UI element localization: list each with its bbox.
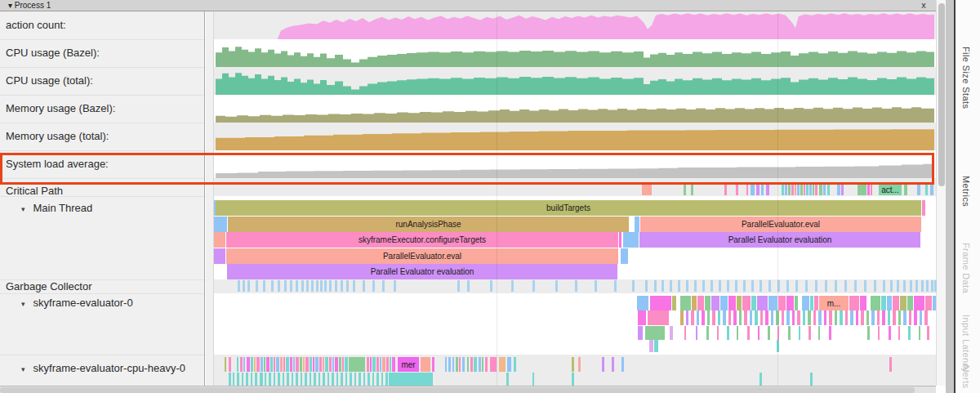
act-badge[interactable]: act...: [879, 185, 902, 195]
event-slice: [719, 280, 721, 292]
event-slice: [532, 280, 535, 292]
event-slice: [757, 296, 768, 310]
event-slice: [490, 280, 492, 292]
side-tab-frame-data[interactable]: Frame Data: [961, 235, 971, 301]
event-slice: [814, 296, 818, 310]
flame-bar[interactable]: [621, 248, 628, 264]
flame-bar[interactable]: [922, 200, 925, 216]
flame-bar[interactable]: [214, 248, 225, 264]
event-slice: [806, 185, 808, 195]
flame-bar[interactable]: [619, 232, 621, 248]
event-slice: [251, 357, 253, 372]
event-slice: [867, 185, 870, 195]
flame-bar[interactable]: [214, 232, 225, 248]
flame-bar-buildtargets[interactable]: buildTargets: [216, 200, 921, 216]
flame-bar-parallelevaluator-eval[interactable]: ParallelEvaluator.eval: [640, 217, 921, 232]
event-slice: [390, 357, 391, 372]
event-slice: [925, 296, 932, 310]
cpu-usage-total-chart: [214, 67, 936, 95]
event-slice: [765, 310, 768, 325]
side-tab-alerts[interactable]: Alerts: [961, 360, 971, 393]
flame-bar[interactable]: [623, 232, 639, 248]
vertical-scrollbar[interactable]: [936, 0, 946, 386]
event-slice: [320, 280, 323, 292]
panel-divider-strip: [946, 0, 954, 393]
event-slice: [920, 310, 922, 325]
timeline-canvas[interactable]: buildTargetsrunAnalysisPhaseParallelEval…: [0, 0, 936, 386]
side-tab-file-size-stats[interactable]: File Size Stats: [961, 16, 971, 139]
event-slice: [368, 373, 370, 386]
event-slice: [837, 185, 840, 195]
event-slice: [342, 357, 344, 372]
event-slice: [818, 326, 820, 340]
event-slice: [760, 280, 762, 292]
event-slice: [742, 296, 751, 310]
event-slice: [702, 310, 705, 325]
event-slice: [691, 185, 693, 195]
event-slice: [680, 310, 684, 325]
event-slice: [792, 310, 795, 325]
event-slice: [877, 310, 880, 325]
event-slice: [802, 296, 809, 310]
event-slice: [786, 280, 789, 292]
event-slice: [720, 296, 728, 310]
event-slice: [303, 357, 305, 372]
flame-bar-parallel-evaluator-evaluation[interactable]: Parallel Evaluator evaluation: [639, 232, 920, 248]
horizontal-scrollbar-thumb[interactable]: [0, 387, 915, 393]
flame-bar[interactable]: [214, 217, 227, 232]
event-slice: [335, 280, 337, 292]
flame-bar[interactable]: [635, 217, 639, 232]
event-slice: [284, 280, 287, 292]
event-slice: [389, 373, 433, 386]
event-slice: [850, 310, 853, 325]
event-slice: [482, 357, 483, 372]
event-slice: [339, 357, 341, 372]
event-slice: [264, 357, 265, 372]
mer-badge[interactable]: mer: [398, 357, 419, 372]
event-slice: [795, 280, 798, 292]
event-slice: [712, 310, 715, 325]
event-slice: [795, 185, 796, 195]
event-slice: [800, 185, 803, 195]
event-slice: [649, 340, 653, 352]
event-slice: [381, 373, 383, 386]
event-slice: [803, 310, 805, 325]
m-badge[interactable]: m...: [819, 296, 849, 310]
event-slice: [925, 185, 928, 195]
event-slice: [323, 373, 325, 386]
event-slice: [372, 373, 374, 386]
event-slice: [467, 357, 469, 372]
time-gridline: [777, 11, 778, 386]
flame-bar-parallelevaluator-eval[interactable]: ParallelEvaluator.eval: [226, 248, 618, 264]
flame-bar-skyframeexecutor-configuretargets[interactable]: skyframeExecutor.configureTargets: [226, 232, 618, 248]
event-slice: [692, 296, 697, 310]
event-slice: [751, 185, 755, 195]
event-slice: [255, 373, 257, 386]
event-slice: [269, 373, 271, 386]
horizontal-scrollbar[interactable]: [0, 386, 936, 393]
event-slice: [280, 357, 283, 372]
event-slice: [354, 373, 356, 386]
event-slice: [768, 296, 777, 310]
vertical-scrollbar-thumb[interactable]: [938, 3, 945, 186]
event-slice: [768, 280, 771, 292]
event-slice: [747, 326, 750, 340]
event-slice: [697, 310, 699, 325]
event-slice: [760, 373, 762, 386]
event-slice: [809, 185, 812, 195]
cpu-usage-bazel-chart: [214, 39, 936, 67]
event-slice: [705, 296, 710, 310]
event-slice: [462, 357, 465, 372]
flame-bar-parallel-evaluator-evaluation[interactable]: Parallel Evaluator evaluation: [227, 264, 617, 279]
event-slice: [225, 357, 226, 372]
event-slice: [575, 280, 577, 292]
flame-bar-runanalysisphase[interactable]: runAnalysisPhase: [228, 217, 629, 232]
event-slice: [256, 357, 260, 372]
event-slice: [819, 185, 822, 195]
event-slice: [572, 357, 574, 372]
event-slice: [782, 310, 784, 325]
event-slice: [931, 280, 933, 292]
event-slice: [242, 373, 243, 386]
event-slice: [645, 326, 665, 340]
side-tab-metrics[interactable]: Metrics: [961, 162, 971, 221]
